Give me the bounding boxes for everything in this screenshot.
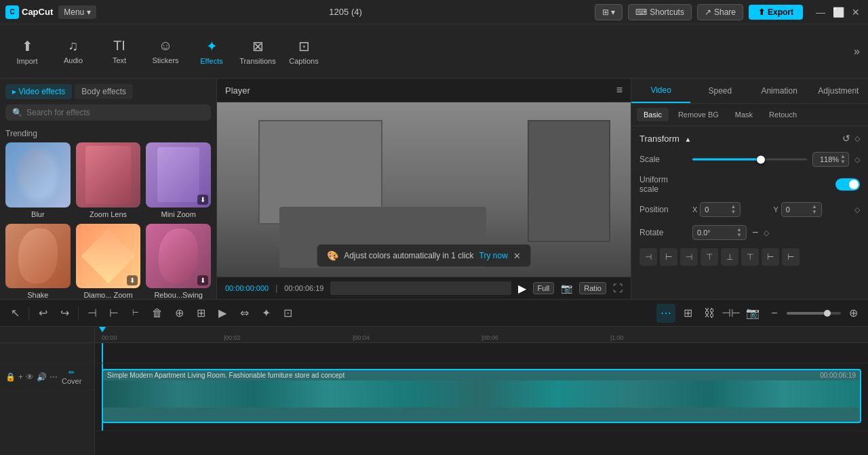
- align-left-btn[interactable]: ⊣: [639, 248, 657, 266]
- scale-value-display: 118% ▲ ▼: [812, 152, 849, 167]
- tl-connect-btn[interactable]: ⋯: [656, 304, 675, 323]
- align-top-btn[interactable]: ⊤: [701, 248, 718, 266]
- effect-blur[interactable]: Blur: [5, 142, 71, 218]
- video-clip[interactable]: Simple Modern Apartment Living Room. Fas…: [102, 369, 861, 423]
- zoom-knob: [824, 310, 831, 317]
- playhead-line-2: [102, 363, 103, 431]
- split-both-btn[interactable]: ⊢: [126, 304, 145, 323]
- split-right-btn[interactable]: ⊢: [104, 304, 123, 323]
- menu-button[interactable]: Menu ▾: [58, 5, 96, 19]
- split-left-btn[interactable]: ⊣: [83, 304, 102, 323]
- tl-play-btn[interactable]: ▶: [213, 304, 232, 323]
- search-input[interactable]: [26, 108, 204, 117]
- toolbar-import[interactable]: ⬆ Import: [5, 28, 49, 75]
- toolbar-captions[interactable]: ⊡ Captions: [282, 28, 326, 75]
- view-button[interactable]: ⊞ ▾: [595, 4, 623, 20]
- right-panel-tabs: Video Speed Animation Adjustment: [631, 79, 868, 104]
- align-center-h-btn[interactable]: ⊢: [660, 248, 677, 266]
- align-bottom-btn[interactable]: ⊤: [741, 248, 759, 266]
- add-icon-btn[interactable]: +: [18, 372, 23, 382]
- distribute-v-btn[interactable]: ⊢: [782, 248, 800, 266]
- play-button[interactable]: ▶: [518, 282, 526, 295]
- subtab-basic[interactable]: Basic: [637, 108, 669, 121]
- paint-btn[interactable]: ✦: [256, 304, 275, 323]
- close-button[interactable]: ✕: [849, 7, 863, 18]
- select-tool-btn[interactable]: ↖: [5, 304, 24, 323]
- ratio-button[interactable]: Ratio: [579, 282, 606, 294]
- wrap-btn[interactable]: ⊞: [191, 304, 210, 323]
- toolbar-stickers[interactable]: ☺ Stickers: [144, 28, 187, 75]
- lock-icon-btn[interactable]: 🔒: [5, 372, 16, 382]
- eye-icon-btn[interactable]: 👁: [26, 372, 34, 382]
- delete-btn[interactable]: 🗑: [148, 304, 167, 323]
- rotate-keyframe-btn[interactable]: ◇: [764, 229, 769, 237]
- export-button[interactable]: ⬆ Export: [749, 5, 803, 20]
- scale-keyframe-btn[interactable]: ◇: [854, 155, 860, 164]
- mirror-btn[interactable]: ⇔: [235, 304, 254, 323]
- tl-minus-btn[interactable]: −: [765, 304, 784, 323]
- maximize-button[interactable]: ⬜: [831, 7, 845, 18]
- screenshot-button[interactable]: 📷: [561, 283, 572, 294]
- tab-video[interactable]: Video: [631, 79, 690, 103]
- tl-target-btn[interactable]: ⊕: [844, 304, 863, 323]
- minimize-button[interactable]: —: [814, 7, 827, 18]
- undo-btn[interactable]: ↩: [33, 304, 52, 323]
- tl-grid-btn[interactable]: ⊞: [678, 304, 697, 323]
- shield-btn[interactable]: ⊕: [170, 304, 189, 323]
- rotate-minus-btn[interactable]: −: [752, 226, 758, 239]
- distribute-h-btn[interactable]: ⊢: [762, 248, 779, 266]
- scale-slider[interactable]: [692, 154, 807, 165]
- position-keyframe-btn[interactable]: ◇: [854, 205, 860, 214]
- effect-mini-zoom[interactable]: ⬇ Mini Zoom: [146, 142, 211, 218]
- effect-zoom-lens[interactable]: Zoom Lens: [76, 142, 141, 218]
- tl-link-btn[interactable]: ⛓: [700, 304, 719, 323]
- effect-shake[interactable]: Shake: [5, 224, 71, 299]
- toolbar-transitions[interactable]: ⊠ Transitions: [236, 28, 279, 75]
- tl-camera-btn[interactable]: 📷: [743, 304, 762, 323]
- subtab-mask[interactable]: Mask: [728, 108, 760, 121]
- toolbar-expand-button[interactable]: »: [851, 43, 863, 60]
- quality-button[interactable]: Full: [533, 282, 555, 294]
- rotate-row: Rotate 0.0° ▲ ▼ − ◇: [631, 221, 868, 244]
- crop-btn[interactable]: ⊡: [278, 304, 297, 323]
- x-down[interactable]: ▼: [730, 210, 736, 215]
- toolbar-audio[interactable]: ♫ Audio: [52, 28, 95, 75]
- y-down[interactable]: ▼: [812, 210, 817, 215]
- more-icon-btn[interactable]: ⋯: [50, 372, 58, 382]
- tab-video-effects[interactable]: ▸ Video effects: [5, 84, 72, 99]
- try-now-button[interactable]: Try now: [479, 251, 508, 260]
- subtab-retouch[interactable]: Retouch: [762, 108, 804, 121]
- subtab-removebg[interactable]: Remove BG: [671, 108, 726, 121]
- x-input[interactable]: 0 ▲ ▼: [700, 202, 741, 217]
- fullscreen-button[interactable]: ⛶: [613, 283, 623, 294]
- rotate-down[interactable]: ▼: [736, 233, 742, 238]
- shortcuts-button[interactable]: ⌨ Shortcuts: [628, 4, 692, 20]
- toolbar-text[interactable]: TI Text: [98, 28, 141, 75]
- tab-animation[interactable]: Animation: [750, 79, 809, 103]
- tab-adjustment[interactable]: Adjustment: [809, 79, 868, 103]
- cover-edit-btn[interactable]: ✏: [68, 368, 75, 377]
- align-center-v-btn[interactable]: ⊥: [721, 248, 738, 266]
- align-right-btn[interactable]: ⊣: [680, 248, 698, 266]
- scale-down-arrow[interactable]: ▼: [840, 159, 846, 165]
- logo-icon: C: [5, 5, 19, 19]
- transform-reset-button[interactable]: ↺: [842, 133, 850, 144]
- effect-rebound-swing[interactable]: ⬇ Rebou...Swing: [146, 224, 211, 299]
- tab-speed[interactable]: Speed: [690, 79, 749, 103]
- timeline-labels: 🔒 + 👁 🔊 ⋯ ✏ Cover: [0, 327, 95, 455]
- y-input[interactable]: 0 ▲ ▼: [781, 202, 822, 217]
- transform-keyframe-button[interactable]: ◇: [854, 133, 860, 144]
- tl-split-btn[interactable]: ⊣⊢: [722, 304, 741, 323]
- redo-btn[interactable]: ↪: [55, 304, 74, 323]
- toolbar-effects[interactable]: ✦ Effects: [190, 28, 233, 75]
- rotate-input[interactable]: 0.0° ▲ ▼: [692, 225, 747, 240]
- empty-track-row: [95, 343, 868, 363]
- audio-icon-btn[interactable]: 🔊: [37, 372, 47, 382]
- toast-close-button[interactable]: ✕: [513, 251, 521, 261]
- tab-body-effects[interactable]: Body effects: [75, 84, 133, 99]
- uniform-scale-toggle[interactable]: [835, 178, 860, 191]
- effect-mini-zoom-thumb: ⬇: [146, 142, 211, 207]
- effect-diamond-zoom[interactable]: ⬇ Diamo... Zoom: [76, 224, 141, 299]
- share-button[interactable]: ↗ Share: [697, 4, 743, 20]
- player-menu-button[interactable]: ≡: [616, 84, 623, 96]
